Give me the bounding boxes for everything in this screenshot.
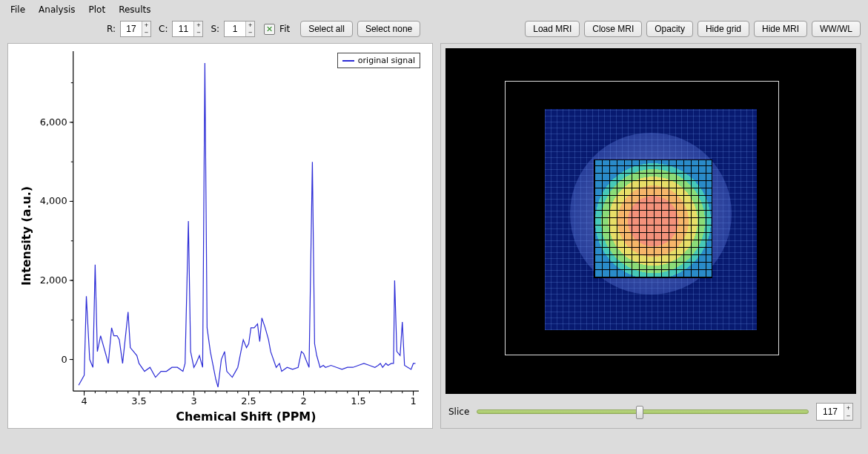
- toolbar: R: +− C: +− S: +− ✕ Fit Select all Selec…: [0, 18, 868, 43]
- spectrum-panel: 02,0004,0006,000 43.532.521.51 Chemical …: [7, 43, 433, 429]
- legend-label: original signal: [358, 56, 415, 65]
- r-down-icon[interactable]: −: [142, 29, 150, 36]
- r-spinner[interactable]: +−: [120, 21, 151, 37]
- select-all-button[interactable]: Select all: [300, 21, 353, 37]
- svg-text:6,000: 6,000: [40, 116, 67, 128]
- menu-analysis[interactable]: Analysis: [39, 4, 75, 15]
- svg-text:Chemical Shift (PPM): Chemical Shift (PPM): [176, 409, 316, 424]
- svg-text:3.5: 3.5: [131, 395, 147, 407]
- c-input[interactable]: [173, 22, 193, 36]
- s-down-icon[interactable]: −: [246, 29, 254, 36]
- voxel-selectors: R: +− C: +− S: +− ✕ Fit Select all Selec…: [104, 21, 420, 37]
- chart-legend: original signal: [337, 53, 420, 68]
- select-none-button[interactable]: Select none: [357, 21, 420, 37]
- hide-grid-button[interactable]: Hide grid: [698, 21, 749, 37]
- c-spinner[interactable]: +−: [172, 21, 203, 37]
- slice-slider[interactable]: [477, 409, 809, 414]
- slice-down-icon[interactable]: −: [844, 412, 852, 420]
- menu-plot[interactable]: Plot: [89, 4, 106, 15]
- fit-label: Fit: [279, 24, 290, 34]
- mri-viewport[interactable]: [445, 48, 856, 394]
- svg-text:1.5: 1.5: [351, 395, 366, 407]
- close-mri-button[interactable]: Close MRI: [584, 21, 642, 37]
- svg-text:2.5: 2.5: [241, 395, 256, 407]
- legend-line-icon: [342, 60, 354, 62]
- slice-up-icon[interactable]: +: [844, 404, 852, 412]
- slice-input[interactable]: [817, 404, 844, 420]
- spectrum-chart[interactable]: 02,0004,0006,000 43.532.521.51 Chemical …: [8, 44, 432, 428]
- menubar: File Analysis Plot Results: [0, 0, 868, 18]
- load-mri-button[interactable]: Load MRI: [525, 21, 580, 37]
- svg-text:4,000: 4,000: [40, 195, 67, 206]
- mri-panel: Slice +−: [440, 43, 861, 429]
- slice-label: Slice: [448, 407, 469, 417]
- opacity-button[interactable]: Opacity: [646, 21, 693, 37]
- slice-spinner[interactable]: +−: [816, 403, 853, 421]
- menu-results[interactable]: Results: [119, 4, 150, 15]
- fit-checkbox[interactable]: ✕: [264, 24, 275, 35]
- r-label: R:: [107, 24, 116, 34]
- s-label: S:: [211, 24, 219, 34]
- s-spinner[interactable]: +−: [224, 21, 255, 37]
- r-up-icon[interactable]: +: [142, 22, 150, 29]
- slider-thumb-icon[interactable]: [636, 406, 643, 419]
- menu-file[interactable]: File: [10, 4, 25, 15]
- c-label: C:: [159, 24, 168, 34]
- svg-text:4: 4: [81, 395, 87, 407]
- c-down-icon[interactable]: −: [194, 29, 202, 36]
- wwwl-button[interactable]: WW/WL: [812, 21, 861, 37]
- svg-text:2,000: 2,000: [40, 274, 67, 286]
- svg-text:0: 0: [62, 354, 67, 365]
- r-input[interactable]: [121, 22, 142, 36]
- svg-text:Intensity (a.u.): Intensity (a.u.): [19, 186, 33, 286]
- s-up-icon[interactable]: +: [246, 22, 254, 29]
- slice-controls: Slice +−: [445, 403, 856, 421]
- s-input[interactable]: [225, 22, 245, 36]
- c-up-icon[interactable]: +: [194, 22, 202, 29]
- mri-toolbar: Load MRI Close MRI Opacity Hide grid Hid…: [525, 21, 861, 37]
- main-panels: 02,0004,0006,000 43.532.521.51 Chemical …: [0, 43, 868, 436]
- svg-text:3: 3: [191, 395, 196, 407]
- hide-mri-button[interactable]: Hide MRI: [754, 21, 807, 37]
- mri-grid-overlay[interactable]: [594, 159, 712, 278]
- svg-text:2: 2: [300, 395, 306, 407]
- svg-text:1: 1: [410, 395, 416, 407]
